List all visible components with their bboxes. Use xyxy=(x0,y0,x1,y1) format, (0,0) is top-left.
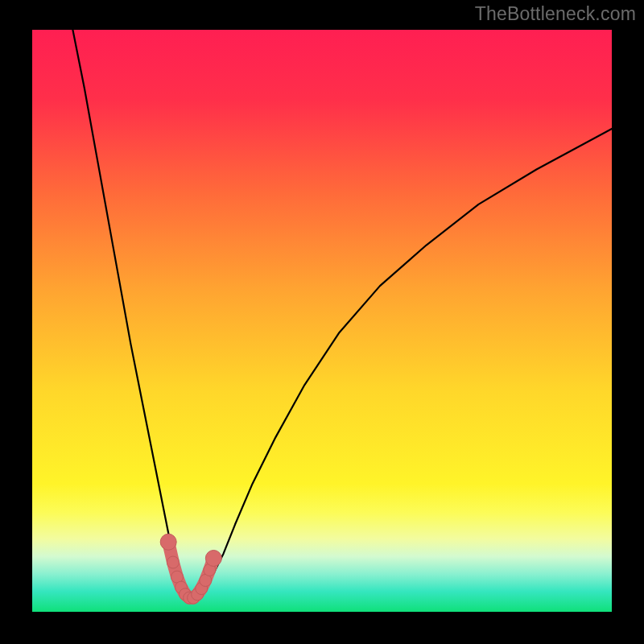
watermark-text: TheBottleneck.com xyxy=(475,3,636,25)
bead-point xyxy=(167,556,179,568)
bottleneck-chart xyxy=(32,30,612,612)
bead-point xyxy=(160,534,176,550)
app-frame: TheBottleneck.com xyxy=(0,0,644,644)
plot-area xyxy=(32,30,612,612)
bead-point xyxy=(205,550,221,566)
gradient-background xyxy=(32,30,612,612)
